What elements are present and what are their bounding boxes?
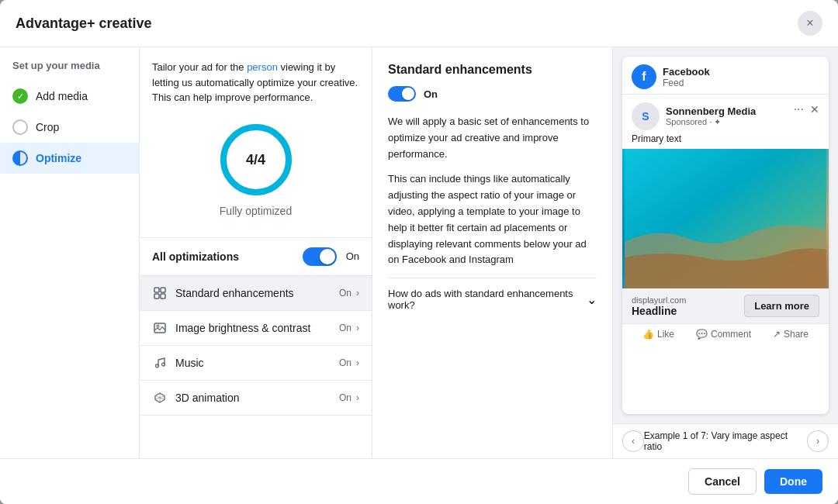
fb-page-block: S Sonnenberg Media Sponsored · ✦ xyxy=(632,102,756,130)
on-badge: On xyxy=(339,392,351,403)
info-text-1: We will apply a basic set of enhancement… xyxy=(388,114,597,162)
fb-share-button[interactable]: ↗ Share xyxy=(773,329,809,340)
sidebar-item-label: Add media xyxy=(36,90,88,102)
grid-icon xyxy=(152,285,168,301)
close-button[interactable]: × xyxy=(798,11,822,36)
fb-page-name: Sonnenberg Media xyxy=(666,105,756,117)
fb-preview-image xyxy=(622,149,829,288)
score-ring: 4/4 xyxy=(217,121,295,198)
svg-point-7 xyxy=(157,325,159,327)
modal-overlay: Advantage+ creative × Set up your media … xyxy=(0,0,838,504)
opt-left: Music xyxy=(152,355,204,371)
opt-item-image-brightness[interactable]: Image brightness & contrast On › xyxy=(140,311,372,346)
score-container: 4/4 Fully optimized xyxy=(152,105,359,225)
next-nav-button[interactable]: › xyxy=(807,430,829,452)
like-label: Like xyxy=(657,329,674,340)
fb-brand-header: f Facebook Feed xyxy=(622,57,829,95)
all-opt-toggle-row: On xyxy=(303,247,359,266)
score-value: 4/4 xyxy=(246,151,265,167)
fb-card-header-top: S Sonnenberg Media Sponsored · ✦ ··· ✕ xyxy=(622,95,829,133)
svg-rect-4 xyxy=(154,294,159,299)
std-toggle-label: On xyxy=(424,88,438,100)
person-link[interactable]: person xyxy=(247,61,278,73)
all-opt-on-label: On xyxy=(346,250,359,262)
on-badge: On xyxy=(339,288,351,299)
share-icon: ↗ xyxy=(773,329,781,340)
score-label: Fully optimized xyxy=(220,205,292,217)
opt-label: Music xyxy=(175,357,204,369)
cancel-button[interactable]: Cancel xyxy=(688,468,757,495)
modal-footer: Cancel Done xyxy=(0,458,838,504)
on-badge: On xyxy=(339,357,351,368)
opt-right: On › xyxy=(339,357,359,368)
optimization-list: Standard enhancements On › xyxy=(140,276,372,416)
sidebar-heading: Set up your media xyxy=(0,60,139,81)
prev-nav-button[interactable]: ‹ xyxy=(622,430,644,452)
info-panel: Standard enhancements On We will apply a… xyxy=(372,47,613,458)
nav-label: Example 1 of 7: Vary image aspect ratio xyxy=(644,430,807,452)
fb-cta-button[interactable]: Learn more xyxy=(744,295,819,317)
fb-brand-info: Facebook Feed xyxy=(663,66,710,88)
fb-like-button[interactable]: 👍 Like xyxy=(642,329,674,340)
fb-headline: Headline xyxy=(632,305,686,317)
fb-preview-card: f Facebook Feed S Sonnenberg Media Spons… xyxy=(622,57,829,414)
fb-footer-left: displayurl.com Headline xyxy=(632,295,686,317)
opt-label: Image brightness & contrast xyxy=(175,322,310,334)
fb-page-avatar: S xyxy=(632,102,660,130)
fb-card-footer: displayurl.com Headline Learn more xyxy=(622,288,829,323)
like-icon: 👍 xyxy=(642,329,654,340)
share-label: Share xyxy=(784,329,809,340)
opt-label: Standard enhancements xyxy=(175,287,294,299)
all-opt-toggle[interactable] xyxy=(303,247,337,266)
chevron-right-icon: › xyxy=(356,392,359,403)
sidebar-item-add-media[interactable]: ✓ Add media xyxy=(0,81,139,112)
opt-left: Standard enhancements xyxy=(152,285,294,301)
middle-intro: Tailor your ad for the person viewing it… xyxy=(140,47,372,238)
opt-item-music[interactable]: Music On › xyxy=(140,346,372,381)
fb-comment-button[interactable]: 💬 Comment xyxy=(696,329,751,340)
fb-close-icon[interactable]: ✕ xyxy=(810,103,819,116)
done-button[interactable]: Done xyxy=(764,469,822,494)
how-works-label: How do ads with standard enhancements wo… xyxy=(388,288,587,311)
opt-item-standard-enhancements[interactable]: Standard enhancements On › xyxy=(140,276,372,311)
svg-rect-2 xyxy=(154,288,159,292)
chevron-right-icon: › xyxy=(356,323,359,333)
sidebar-item-crop[interactable]: Crop xyxy=(0,112,139,143)
circle-outline-icon xyxy=(12,119,28,135)
modal: Advantage+ creative × Set up your media … xyxy=(0,0,838,504)
modal-body: Set up your media ✓ Add media Crop Optim… xyxy=(0,47,838,458)
std-toggle-row: On xyxy=(388,86,597,102)
check-circle-icon: ✓ xyxy=(12,88,28,104)
svg-point-8 xyxy=(156,364,159,368)
dots-icon[interactable]: ··· xyxy=(794,102,804,116)
how-works-row[interactable]: How do ads with standard enhancements wo… xyxy=(388,278,597,320)
modal-header: Advantage+ creative × xyxy=(0,0,838,47)
fb-feed-label: Feed xyxy=(663,78,710,88)
sidebar-item-label: Crop xyxy=(36,121,59,133)
fb-header-actions: ··· ✕ xyxy=(794,102,819,116)
fb-brand-name: Facebook xyxy=(663,66,710,78)
opt-right: On › xyxy=(339,392,359,403)
std-toggle[interactable] xyxy=(388,86,416,102)
preview-nav: ‹ Example 1 of 7: Vary image aspect rati… xyxy=(613,423,838,458)
opt-label: 3D animation xyxy=(175,392,240,404)
opt-left: Image brightness & contrast xyxy=(152,320,310,336)
opt-item-3d-animation[interactable]: 3D animation On › xyxy=(140,381,372,416)
svg-rect-3 xyxy=(161,288,165,292)
image-icon xyxy=(152,320,168,336)
all-opt-label: All optimizations xyxy=(152,250,239,263)
intro-text: Tailor your ad for the person viewing it… xyxy=(152,60,359,105)
primary-text-label: Primary text xyxy=(622,133,829,149)
music-icon xyxy=(152,355,168,371)
3d-icon xyxy=(152,390,168,406)
small-toggle-knob xyxy=(402,88,414,100)
half-circle-icon xyxy=(12,150,28,166)
toggle-knob xyxy=(320,249,335,264)
comment-icon: 💬 xyxy=(696,329,708,340)
chevron-down-icon: ⌄ xyxy=(587,292,597,307)
chevron-right-icon: › xyxy=(356,357,359,368)
sidebar-item-optimize[interactable]: Optimize xyxy=(0,143,139,174)
svg-point-9 xyxy=(162,363,165,366)
info-text-2: This can include things like automatical… xyxy=(388,171,597,268)
preview-panel: f Facebook Feed S Sonnenberg Media Spons… xyxy=(613,47,838,458)
